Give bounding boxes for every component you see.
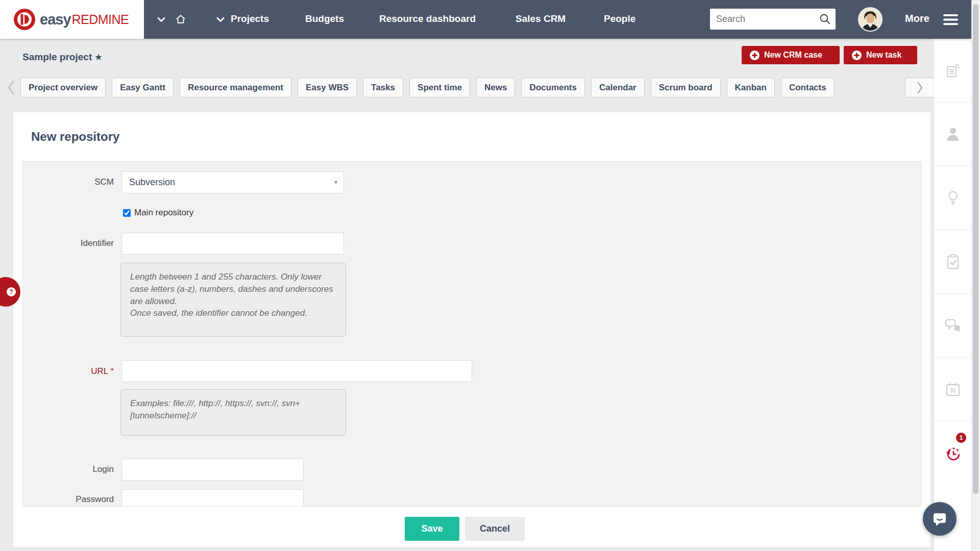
sidebar-item-activity[interactable] (934, 39, 971, 103)
tab-project-overview[interactable]: Project overview (20, 78, 106, 97)
url-input[interactable] (121, 360, 472, 382)
tabs-scroll-right-icon (916, 81, 923, 94)
repository-form-panel: SCM Subversion ▾ Main repository Identif… (22, 161, 922, 507)
more-menu[interactable]: More (905, 13, 929, 24)
page-title: New repository (31, 130, 119, 144)
meeting-calendar-icon: 31 (945, 382, 961, 397)
nav-item-sales-crm[interactable]: Sales CRM (516, 13, 566, 24)
identifier-label: Identifier (23, 238, 114, 248)
help-question-icon: ? (7, 287, 16, 296)
user-avatar[interactable] (859, 8, 881, 31)
save-button[interactable]: Save (405, 517, 459, 541)
password-label: Password (23, 494, 114, 505)
logo-text-easy: easy (40, 11, 71, 28)
project-tabs: Project overview Easy Gantt Resource man… (20, 78, 835, 97)
app-logo[interactable]: easy REDMINE (0, 0, 144, 39)
identifier-hint: Length between 1 and 255 characters. Onl… (120, 263, 346, 337)
url-label-text: URL (91, 366, 108, 376)
history-clock-icon (945, 445, 961, 462)
url-hint: Examples: file:///, http://, https://, s… (120, 389, 346, 436)
required-asterisk: * (110, 366, 114, 376)
sidebar-item-meeting-calendar[interactable]: 31 (934, 358, 971, 421)
scm-selected-value: Subversion (129, 177, 175, 187)
password-input[interactable] (121, 489, 304, 507)
scrollbar-thumb[interactable] (973, 4, 978, 494)
easy-redmine-logo-icon (13, 8, 36, 31)
scm-select[interactable]: Subversion ▾ (121, 171, 344, 193)
login-label: Login (23, 464, 114, 474)
sidebar-item-tasks[interactable] (934, 230, 971, 294)
home-icon[interactable] (176, 14, 186, 24)
tab-contacts[interactable]: Contacts (781, 78, 835, 97)
scm-label: SCM (23, 177, 114, 187)
search-icon[interactable] (819, 13, 831, 25)
tabs-scroll-left-icon[interactable] (7, 80, 16, 95)
tasks-clipboard-icon (945, 254, 961, 270)
nav-item-budgets[interactable]: Budgets (305, 13, 344, 24)
tab-news[interactable]: News (476, 78, 515, 97)
right-sidebar: 31 1 (934, 39, 971, 551)
hamburger-menu-icon[interactable] (943, 14, 959, 26)
knowledge-lightbulb-icon (945, 190, 961, 206)
tab-kanban[interactable]: Kanban (727, 78, 775, 97)
identifier-input[interactable] (121, 233, 344, 255)
nav-item-people[interactable]: People (604, 13, 635, 24)
tab-resource-management[interactable]: Resource management (180, 78, 291, 97)
chat-launcher-icon (930, 510, 949, 528)
people-icon (945, 127, 961, 142)
main-content-card: New repository SCM Subversion ▾ Main rep… (13, 112, 930, 547)
tab-easy-wbs[interactable]: Easy WBS (298, 78, 357, 97)
nav-item-resource-dashboard[interactable]: Resource dashboard (379, 13, 476, 24)
main-repository-row: Main repository (123, 208, 193, 218)
sidebar-item-history[interactable]: 1 (934, 421, 971, 485)
top-navbar: easy REDMINE Projects Budgets Resource d… (0, 0, 980, 39)
chevron-down-icon[interactable] (157, 17, 165, 22)
url-label: URL * (23, 366, 114, 377)
chevron-down-icon[interactable] (216, 17, 225, 22)
activity-stream-icon (945, 62, 961, 79)
tab-documents[interactable]: Documents (521, 78, 585, 97)
search-box (710, 9, 836, 30)
page-scrollbar[interactable] (971, 0, 980, 551)
project-title-text: Sample project (22, 52, 92, 62)
plus-circle-icon (852, 51, 862, 60)
tab-tasks[interactable]: Tasks (363, 78, 403, 97)
chat-bubbles-icon (944, 318, 962, 333)
favorite-star-icon[interactable]: ★ (95, 53, 102, 61)
new-crm-case-button[interactable]: New CRM case (742, 46, 840, 64)
tab-spent-time[interactable]: Spent time (409, 78, 470, 97)
plus-circle-icon (750, 51, 760, 60)
new-task-button[interactable]: New task (844, 46, 917, 64)
tab-scrum-board[interactable]: Scrum board (651, 78, 721, 97)
logo-text-redmine: REDMINE (72, 12, 129, 27)
new-crm-case-label: New CRM case (764, 51, 822, 60)
tabs-scroll-right[interactable] (905, 78, 934, 97)
sidebar-item-people[interactable] (934, 103, 971, 166)
new-task-label: New task (866, 51, 901, 60)
search-input[interactable] (710, 9, 836, 30)
cancel-button[interactable]: Cancel (465, 517, 525, 541)
avatar-photo (859, 8, 881, 31)
sidebar-item-knowledge[interactable] (934, 166, 971, 230)
main-repository-checkbox[interactable] (123, 209, 131, 217)
tab-easy-gantt[interactable]: Easy Gantt (112, 78, 174, 97)
chat-launcher-button[interactable] (923, 502, 957, 536)
main-repository-label: Main repository (134, 208, 193, 218)
sidebar-item-chat[interactable] (934, 294, 971, 358)
calendar-day-text: 31 (950, 388, 956, 393)
nav-item-projects[interactable]: Projects (231, 13, 269, 24)
tab-calendar[interactable]: Calendar (591, 78, 645, 97)
chevron-down-icon: ▾ (334, 172, 337, 193)
history-notification-badge: 1 (956, 433, 966, 443)
login-input[interactable] (121, 459, 304, 481)
project-title: Sample project★ (22, 52, 102, 63)
